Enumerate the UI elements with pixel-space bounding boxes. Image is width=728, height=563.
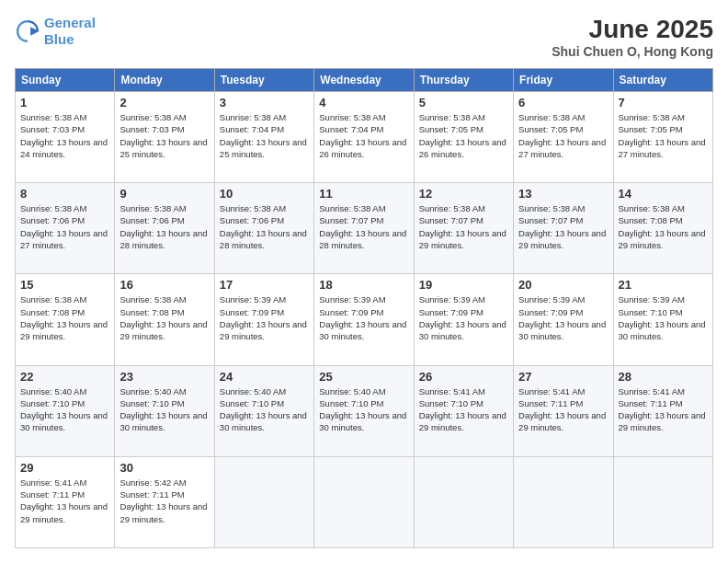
table-row: 29 Sunrise: 5:41 AMSunset: 7:11 PMDaylig… bbox=[16, 456, 115, 547]
table-row: 12 Sunrise: 5:38 AMSunset: 7:07 PMDaylig… bbox=[414, 183, 513, 274]
day-info: Sunrise: 5:41 AMSunset: 7:11 PMDaylight:… bbox=[518, 386, 606, 433]
col-sunday: Sunday bbox=[16, 69, 115, 92]
day-number: 23 bbox=[119, 370, 209, 384]
day-number: 6 bbox=[518, 96, 608, 109]
header: General Blue June 2025 Shui Chuen O, Hon… bbox=[15, 15, 713, 59]
day-number: 3 bbox=[220, 96, 309, 109]
day-number: 25 bbox=[319, 370, 408, 384]
table-row: 4 Sunrise: 5:38 AMSunset: 7:04 PMDayligh… bbox=[314, 92, 414, 183]
table-row: 14 Sunrise: 5:38 AMSunset: 7:08 PMDaylig… bbox=[613, 183, 712, 274]
table-row bbox=[314, 456, 414, 547]
day-number: 16 bbox=[119, 278, 209, 292]
day-info: Sunrise: 5:38 AMSunset: 7:08 PMDaylight:… bbox=[119, 294, 207, 341]
day-number: 1 bbox=[20, 96, 109, 109]
day-info: Sunrise: 5:38 AMSunset: 7:03 PMDaylight:… bbox=[20, 112, 108, 159]
table-row: 24 Sunrise: 5:40 AMSunset: 7:10 PMDaylig… bbox=[214, 365, 313, 456]
day-info: Sunrise: 5:38 AMSunset: 7:08 PMDaylight:… bbox=[619, 203, 706, 250]
logo-line2: Blue bbox=[44, 31, 74, 47]
col-friday: Friday bbox=[514, 69, 613, 92]
table-row: 1 Sunrise: 5:38 AMSunset: 7:03 PMDayligh… bbox=[16, 92, 115, 183]
table-row: 21 Sunrise: 5:39 AMSunset: 7:10 PMDaylig… bbox=[613, 274, 712, 365]
table-row bbox=[414, 456, 513, 547]
day-number: 7 bbox=[619, 96, 708, 109]
day-number: 30 bbox=[119, 461, 209, 475]
col-saturday: Saturday bbox=[613, 69, 712, 92]
day-info: Sunrise: 5:38 AMSunset: 7:05 PMDaylight:… bbox=[518, 112, 606, 159]
calendar-week-2: 8 Sunrise: 5:38 AMSunset: 7:06 PMDayligh… bbox=[16, 183, 713, 274]
calendar-subtitle: Shui Chuen O, Hong Kong bbox=[552, 44, 713, 59]
logo: General Blue bbox=[15, 15, 96, 48]
day-number: 12 bbox=[419, 187, 508, 201]
calendar-week-1: 1 Sunrise: 5:38 AMSunset: 7:03 PMDayligh… bbox=[16, 92, 713, 183]
day-info: Sunrise: 5:38 AMSunset: 7:06 PMDaylight:… bbox=[119, 203, 207, 250]
day-number: 5 bbox=[419, 96, 508, 109]
day-info: Sunrise: 5:40 AMSunset: 7:10 PMDaylight:… bbox=[220, 386, 307, 433]
title-block: June 2025 Shui Chuen O, Hong Kong bbox=[552, 15, 713, 59]
calendar-week-4: 22 Sunrise: 5:40 AMSunset: 7:10 PMDaylig… bbox=[16, 365, 713, 456]
day-number: 11 bbox=[319, 187, 408, 201]
day-info: Sunrise: 5:38 AMSunset: 7:06 PMDaylight:… bbox=[220, 203, 307, 250]
day-number: 10 bbox=[220, 187, 309, 201]
col-monday: Monday bbox=[115, 69, 214, 92]
table-row: 15 Sunrise: 5:38 AMSunset: 7:08 PMDaylig… bbox=[16, 274, 115, 365]
day-info: Sunrise: 5:38 AMSunset: 7:07 PMDaylight:… bbox=[319, 203, 406, 250]
table-row: 13 Sunrise: 5:38 AMSunset: 7:07 PMDaylig… bbox=[514, 183, 613, 274]
day-info: Sunrise: 5:42 AMSunset: 7:11 PMDaylight:… bbox=[119, 477, 207, 524]
col-thursday: Thursday bbox=[414, 69, 513, 92]
table-row: 9 Sunrise: 5:38 AMSunset: 7:06 PMDayligh… bbox=[115, 183, 214, 274]
day-info: Sunrise: 5:39 AMSunset: 7:09 PMDaylight:… bbox=[419, 294, 506, 341]
day-number: 24 bbox=[220, 370, 309, 384]
day-number: 14 bbox=[619, 187, 708, 201]
day-number: 18 bbox=[319, 278, 408, 292]
day-info: Sunrise: 5:38 AMSunset: 7:04 PMDaylight:… bbox=[319, 112, 406, 159]
day-number: 9 bbox=[119, 187, 209, 201]
calendar-week-5: 29 Sunrise: 5:41 AMSunset: 7:11 PMDaylig… bbox=[16, 456, 713, 547]
day-info: Sunrise: 5:38 AMSunset: 7:07 PMDaylight:… bbox=[419, 203, 506, 250]
logo-line1: General bbox=[44, 15, 96, 30]
table-row bbox=[214, 456, 313, 547]
day-number: 2 bbox=[119, 96, 209, 109]
table-row: 27 Sunrise: 5:41 AMSunset: 7:11 PMDaylig… bbox=[514, 365, 613, 456]
day-number: 13 bbox=[518, 187, 608, 201]
col-wednesday: Wednesday bbox=[314, 69, 414, 92]
day-number: 4 bbox=[319, 96, 408, 109]
table-row bbox=[514, 456, 613, 547]
day-number: 19 bbox=[419, 278, 508, 292]
calendar-table: Sunday Monday Tuesday Wednesday Thursday… bbox=[15, 68, 713, 548]
table-row: 25 Sunrise: 5:40 AMSunset: 7:10 PMDaylig… bbox=[314, 365, 414, 456]
table-row: 26 Sunrise: 5:41 AMSunset: 7:10 PMDaylig… bbox=[414, 365, 513, 456]
table-row: 20 Sunrise: 5:39 AMSunset: 7:09 PMDaylig… bbox=[514, 274, 613, 365]
logo-icon bbox=[15, 18, 40, 44]
table-row: 19 Sunrise: 5:39 AMSunset: 7:09 PMDaylig… bbox=[414, 274, 513, 365]
table-row: 5 Sunrise: 5:38 AMSunset: 7:05 PMDayligh… bbox=[414, 92, 513, 183]
table-row: 16 Sunrise: 5:38 AMSunset: 7:08 PMDaylig… bbox=[115, 274, 214, 365]
day-info: Sunrise: 5:38 AMSunset: 7:05 PMDaylight:… bbox=[619, 112, 706, 159]
table-row: 8 Sunrise: 5:38 AMSunset: 7:06 PMDayligh… bbox=[16, 183, 115, 274]
table-row: 30 Sunrise: 5:42 AMSunset: 7:11 PMDaylig… bbox=[115, 456, 214, 547]
table-row: 10 Sunrise: 5:38 AMSunset: 7:06 PMDaylig… bbox=[214, 183, 313, 274]
day-info: Sunrise: 5:39 AMSunset: 7:10 PMDaylight:… bbox=[619, 294, 706, 341]
day-info: Sunrise: 5:38 AMSunset: 7:06 PMDaylight:… bbox=[20, 203, 108, 250]
day-info: Sunrise: 5:38 AMSunset: 7:08 PMDaylight:… bbox=[20, 294, 108, 341]
day-info: Sunrise: 5:41 AMSunset: 7:11 PMDaylight:… bbox=[619, 386, 706, 433]
day-info: Sunrise: 5:39 AMSunset: 7:09 PMDaylight:… bbox=[220, 294, 307, 341]
day-number: 17 bbox=[220, 278, 309, 292]
day-info: Sunrise: 5:41 AMSunset: 7:10 PMDaylight:… bbox=[419, 386, 506, 433]
table-row bbox=[613, 456, 712, 547]
table-row: 28 Sunrise: 5:41 AMSunset: 7:11 PMDaylig… bbox=[613, 365, 712, 456]
day-number: 15 bbox=[20, 278, 109, 292]
calendar-week-3: 15 Sunrise: 5:38 AMSunset: 7:08 PMDaylig… bbox=[16, 274, 713, 365]
day-number: 21 bbox=[619, 278, 708, 292]
table-row: 2 Sunrise: 5:38 AMSunset: 7:03 PMDayligh… bbox=[115, 92, 214, 183]
day-info: Sunrise: 5:39 AMSunset: 7:09 PMDaylight:… bbox=[518, 294, 606, 341]
day-number: 27 bbox=[518, 370, 608, 384]
calendar-title: June 2025 bbox=[552, 15, 713, 44]
day-number: 8 bbox=[20, 187, 109, 201]
day-info: Sunrise: 5:39 AMSunset: 7:09 PMDaylight:… bbox=[319, 294, 406, 341]
day-number: 29 bbox=[20, 461, 109, 475]
day-number: 28 bbox=[619, 370, 708, 384]
header-row: Sunday Monday Tuesday Wednesday Thursday… bbox=[16, 69, 713, 92]
table-row: 17 Sunrise: 5:39 AMSunset: 7:09 PMDaylig… bbox=[214, 274, 313, 365]
table-row: 7 Sunrise: 5:38 AMSunset: 7:05 PMDayligh… bbox=[613, 92, 712, 183]
day-info: Sunrise: 5:40 AMSunset: 7:10 PMDaylight:… bbox=[119, 386, 207, 433]
